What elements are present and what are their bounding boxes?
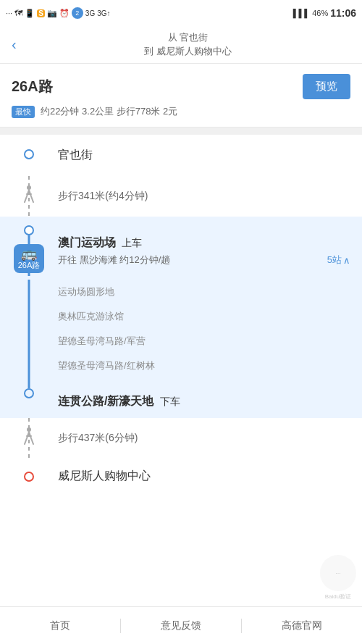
inter-stop-3-content: 望德圣母湾马路/军营 <box>58 329 362 354</box>
end-dot <box>24 472 34 482</box>
start-dot <box>24 149 34 159</box>
bus-timeline-top: 🚌 26A路 <box>0 217 58 276</box>
bottom-feedback[interactable]: 意见反馈 <box>121 619 241 632</box>
walk2-icon <box>20 427 38 450</box>
section-divider <box>0 127 362 135</box>
header-text: 从 官也街 到 威尼斯人购物中心 <box>25 31 350 57</box>
bus-timeline-bottom <box>0 378 58 398</box>
bus-alight-action: 下车 <box>160 396 180 407</box>
alarm-icon: ⏰ <box>59 9 70 18</box>
bottom-home[interactable]: 首页 <box>0 619 120 632</box>
intermediate-stops: 运动场圆形地 奥林匹克游泳馆 望德圣母湾马路/军营 <box>0 280 362 378</box>
preview-button[interactable]: 预览 <box>303 74 350 99</box>
bus-board-content: 澳门运动场 上车 开往 黑沙海滩 约12分钟/趟 5站 ∧ <box>58 217 362 280</box>
walk2-text: 步行437米(6分钟) <box>58 432 138 445</box>
route-steps: 官也街 步行341米(约4分钟) <box>0 135 362 621</box>
status-bar: ··· 🗺 📱 S 📷 ⏰ 2 3G 3G↑ ▌▌▌ 46% 11:06 <box>0 0 362 26</box>
phone-icon: 📱 <box>25 9 35 18</box>
signal-bars: ▌▌▌ <box>293 9 310 17</box>
route-info: 26A路 预览 最快 约22分钟 3.2公里 步行778米 2元 <box>0 64 362 127</box>
badge-2: 2 <box>72 7 83 19</box>
camera-icon: 📷 <box>47 9 57 18</box>
start-stop-name: 官也街 <box>58 148 350 163</box>
stations-count: 5站 <box>327 254 342 267</box>
stations-badge[interactable]: 5站 ∧ <box>327 254 350 267</box>
inter-stop-4: 望德圣母湾马路/红树林 <box>58 357 350 375</box>
walk1-timeline <box>0 176 58 217</box>
intermediate-stop-2: 奥林匹克游泳馆 <box>0 304 362 329</box>
walk1-text: 步行341米(约4分钟) <box>58 190 148 203</box>
fastest-tag: 最快 <box>12 106 35 118</box>
network-36: 3G↑ <box>97 9 110 17</box>
inter-timeline-2 <box>0 304 58 329</box>
end-timeline <box>0 459 58 482</box>
s-icon: S <box>37 9 45 17</box>
header: ‹ 从 官也街 到 威尼斯人购物中心 <box>0 26 362 64</box>
menu-icon: ··· <box>6 9 12 17</box>
inter-stop-2: 奥林匹克游泳馆 <box>58 308 350 325</box>
bus-badge: 🚌 26A路 <box>14 244 45 273</box>
walk2-timeline <box>0 418 58 459</box>
bus-board-stop: 澳门运动场 上车 <box>58 235 350 251</box>
route-name: 26A路 <box>12 77 53 96</box>
start-stop-content: 官也街 <box>58 135 362 176</box>
expand-icon: ∧ <box>343 255 350 266</box>
bus-section: 🚌 26A路 澳门运动场 上车 开往 黑沙海滩 约12分钟/趟 5站 ∧ <box>0 217 362 418</box>
inter-timeline-4 <box>0 354 58 378</box>
watermark: ··· Baidu验证 <box>320 555 356 601</box>
start-timeline <box>0 135 58 159</box>
bus-board-stop-name: 澳门运动场 <box>58 236 116 248</box>
walk2-row: 步行437米(6分钟) <box>0 418 362 459</box>
end-stop-name: 威尼斯人购物中心 <box>58 469 350 484</box>
bus-info-row: 开往 黑沙海滩 约12分钟/趟 5站 ∧ <box>58 254 350 267</box>
inter-stop-2-content: 奥林匹克游泳馆 <box>58 304 362 329</box>
route-meta: 最快 约22分钟 3.2公里 步行778米 2元 <box>12 105 350 118</box>
bus-alight-stop: 连贯公路/新濠天地 下车 <box>58 394 350 409</box>
bus-line-label: 26A路 <box>18 260 41 270</box>
inter-timeline-3 <box>0 329 58 354</box>
route-meta-text: 约22分钟 3.2公里 步行778米 2元 <box>41 105 177 118</box>
bus-alight-content: 连贯公路/新濠天地 下车 <box>58 378 362 418</box>
network-3g: 3G <box>85 9 95 17</box>
back-button[interactable]: ‹ <box>12 36 17 53</box>
inter-timeline-1 <box>0 280 58 304</box>
status-left: ··· 🗺 📱 S 📷 ⏰ 2 3G 3G↑ <box>6 7 111 19</box>
intermediate-stop-1: 运动场圆形地 <box>0 280 362 304</box>
bus-alight-stop-name: 连贯公路/新濠天地 <box>58 395 153 407</box>
end-stop-row: 威尼斯人购物中心 <box>0 459 362 501</box>
start-stop-row: 官也街 <box>0 135 362 176</box>
bus-board-row: 🚌 26A路 澳门运动场 上车 开往 黑沙海滩 约12分钟/趟 5站 ∧ <box>0 217 362 280</box>
battery-pct: 46% <box>312 9 328 17</box>
walk1-content: 步行341米(约4分钟) <box>58 176 362 217</box>
bus-bottom-dot <box>24 388 34 398</box>
map-icon: 🗺 <box>14 9 22 17</box>
bus-alight-row: 连贯公路/新濠天地 下车 <box>0 378 362 418</box>
inter-stop-1: 运动场圆形地 <box>58 283 350 301</box>
bus-info-text: 开往 黑沙海滩 约12分钟/趟 <box>58 254 170 267</box>
end-stop-content: 威尼斯人购物中心 <box>58 459 362 501</box>
header-to: 到 威尼斯人购物中心 <box>25 45 350 58</box>
bus-top-dot <box>24 225 34 235</box>
bus-board-action: 上车 <box>122 237 142 248</box>
walk1-icon <box>20 185 38 208</box>
walk1-row: 步行341米(约4分钟) <box>0 176 362 217</box>
inter-stop-3: 望德圣母湾马路/军营 <box>58 333 350 350</box>
bottom-website[interactable]: 高德官网 <box>242 619 362 632</box>
inter-stop-4-content: 望德圣母湾马路/红树林 <box>58 354 362 378</box>
intermediate-stop-4: 望德圣母湾马路/红树林 <box>0 354 362 378</box>
status-right: ▌▌▌ 46% 11:06 <box>293 7 356 19</box>
walk2-content: 步行437米(6分钟) <box>58 418 362 459</box>
inter-stop-1-content: 运动场圆形地 <box>58 280 362 304</box>
intermediate-stop-3: 望德圣母湾马路/军营 <box>0 329 362 354</box>
status-time: 11:06 <box>330 7 356 19</box>
bottom-bar: 首页 意见反馈 高德官网 <box>0 606 362 644</box>
header-from: 从 官也街 <box>25 31 350 44</box>
